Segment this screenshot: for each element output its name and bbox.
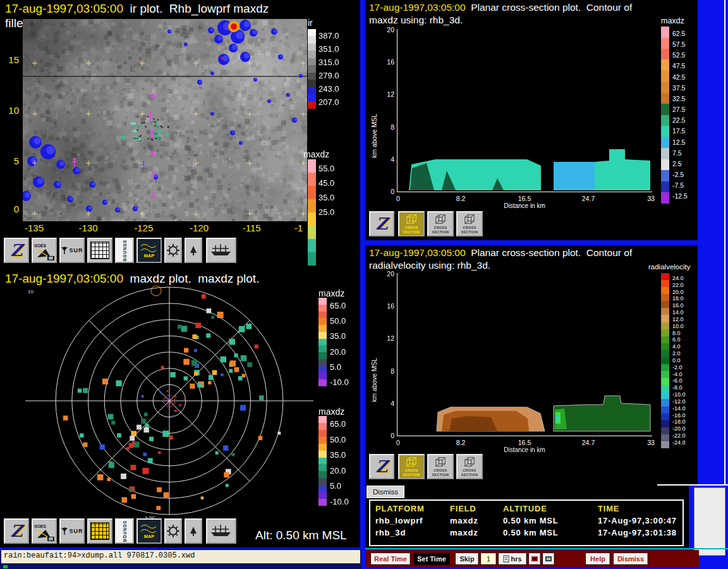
cross-section-button-3[interactable]: CROSSSECTION (456, 211, 483, 236)
right-divider-line (724, 0, 725, 484)
x-tick-label: -130 (78, 223, 97, 233)
goes-ir-button[interactable]: GOES IR (32, 238, 57, 263)
x-tick-label: -1 (294, 223, 303, 233)
gear-button[interactable] (164, 518, 182, 544)
x-tick-label: -120 (190, 223, 209, 233)
map-button[interactable]: MAP (136, 518, 162, 544)
info-dismiss-button[interactable]: Dismiss (367, 486, 404, 498)
xsect-rv-title: 17-aug-1997,03:05:00 Planar cross-sectio… (369, 247, 632, 259)
beacon-button[interactable] (185, 518, 202, 544)
colorbar-tick: 5.0 (330, 363, 358, 371)
step-forward-button[interactable] (542, 553, 555, 565)
map-button[interactable]: MAP (136, 238, 162, 263)
colorbar-tick: 18.0 (672, 296, 695, 302)
colorbar-tick: 37.5 (672, 85, 695, 92)
xsect-rv-colorbar (661, 273, 669, 448)
grid-button-selected[interactable] (87, 518, 112, 544)
colorbar-tick: 279.0 (318, 71, 346, 80)
colorbar-tick: 50.0 (330, 317, 358, 325)
colorbar-tick: 24.0 (672, 276, 695, 281)
satellite-image[interactable] (23, 19, 307, 221)
colorbar-tick: -14.0 (672, 406, 695, 412)
gear-icon (166, 243, 180, 257)
colorbar-tick: 22.0 (672, 283, 695, 288)
table-row: rhb_3d maxdz 0.50 km MSL 17-Aug-97,3:01:… (375, 528, 677, 537)
cube-icon (405, 214, 418, 225)
ship-button[interactable] (206, 238, 236, 263)
surveillance-button[interactable]: SUR (59, 518, 85, 544)
beacon-button[interactable] (185, 238, 202, 263)
xsect-maxdz-colorbar-ticks: 62.557.552.547.542.537.532.527.522.517.5… (672, 30, 695, 200)
cube-icon (463, 456, 476, 468)
maxdz-contours (397, 29, 653, 192)
y-tick-label: 4 (391, 156, 394, 163)
xsect-maxdz-time: 17-aug-1997,03:05:00 (369, 2, 466, 13)
colorbar-tick: 2.0 (672, 351, 695, 357)
real-time-button[interactable]: Real Time (370, 553, 411, 565)
maxdz-colorbar-label: maxdz (303, 149, 329, 159)
cross-section-button-1-selected[interactable]: CROSSSECTION (398, 454, 425, 479)
xsect-maxdz-plot[interactable] (397, 29, 652, 192)
colorbar-tick: 32.5 (672, 95, 695, 102)
bounds-button[interactable]: BOUNDS (115, 238, 134, 263)
ir-plot-title: 17-aug-1997,03:05:00 ir plot. Rhb_lowprf… (5, 2, 269, 16)
colorbar-tick: 47.5 (672, 63, 695, 70)
xsect-maxdz-ylabel: km above MSL (370, 114, 378, 158)
zeb-logo-button[interactable]: Z (369, 211, 394, 236)
bounds-button[interactable]: BOUNDS (115, 518, 134, 544)
zeb-logo-button[interactable]: Z (4, 238, 29, 263)
ship-icon (210, 243, 233, 258)
ship-button[interactable] (206, 518, 236, 544)
colorbar-tick: 387.0 (318, 32, 346, 40)
x-tick-label: -125 (134, 223, 153, 233)
x-tick-label: 24.7 (582, 439, 595, 446)
colorbar-tick: -2.0 (672, 365, 695, 370)
zeb-logo-button[interactable]: Z (4, 518, 29, 544)
y-tick-label: 5 (14, 156, 19, 166)
panel-xsect-maxdz: 17-aug-1997,03:05:00 Planar cross-sectio… (365, 0, 698, 240)
time-control-bar: Real Time Set Time Skip 1 hrs Help Dismi… (365, 550, 699, 568)
xsect-maxdz-yticks: 201612840 (379, 26, 394, 195)
colorbar-tick: 20.0 (672, 290, 695, 295)
timebar-dismiss-button[interactable]: Dismiss (613, 553, 648, 565)
cross-section-button-2[interactable]: CROSSSECTION (427, 454, 454, 479)
x-tick-label: 16.5 (518, 439, 531, 446)
antenna-icon (61, 526, 69, 536)
step-forward-icon (545, 555, 552, 563)
cross-section-button-2[interactable]: CROSSSECTION (427, 211, 454, 236)
radar-ppi-display[interactable] (25, 286, 313, 515)
xsect-rv-plot[interactable] (397, 273, 652, 436)
zeb-logo: Z (376, 216, 388, 232)
hrs-button[interactable]: hrs (498, 553, 527, 565)
y-tick-label: 0 (391, 432, 394, 439)
y-tick-label: 0 (391, 188, 394, 195)
ship-icon (210, 523, 233, 539)
xsect-maxdz-colorbar (661, 27, 669, 204)
colorbar-tick: 8.0 (672, 331, 695, 336)
colorbar-tick: 27.5 (672, 106, 695, 113)
panel-xsect-radialvelocity: 17-aug-1997,03:05:00 Planar cross-sectio… (365, 245, 698, 486)
gear-icon (166, 524, 180, 538)
step-back-button[interactable] (528, 553, 541, 565)
grid-button[interactable] (87, 238, 112, 263)
gear-button[interactable] (164, 238, 182, 263)
xsect-maxdz-title: 17-aug-1997,03:05:00 Planar cross-sectio… (369, 2, 632, 13)
skip-value-field[interactable]: 1 (480, 553, 497, 565)
cross-section-button-3[interactable]: CROSSSECTION (456, 454, 483, 479)
x-tick-label: 8.2 (456, 195, 466, 202)
set-time-button[interactable]: Set Time (413, 553, 450, 565)
colorbar-tick: 25.0 (318, 208, 346, 216)
beacon-icon (188, 245, 198, 256)
colorbar-tick: -6.0 (672, 378, 695, 384)
surveillance-button[interactable]: SUR (59, 238, 85, 263)
ppi-title: 17-aug-1997,03:05:00 maxdz plot. maxdz p… (5, 272, 259, 286)
terminal-text[interactable]: rain:beaufait:94>xdump.all 970817.0305.x… (1, 550, 360, 563)
skip-button[interactable]: Skip (455, 553, 479, 565)
help-button[interactable]: Help (585, 553, 610, 565)
xsect-rv-ylabel: km above MSL (370, 358, 378, 402)
cross-section-button-1-selected[interactable]: CROSSSECTION (398, 211, 425, 236)
scrollbar[interactable] (694, 487, 725, 556)
colorbar-tick: 351.0 (318, 45, 346, 53)
zeb-logo-button[interactable]: Z (369, 454, 394, 479)
goes-ir-button[interactable]: GOES IR (32, 518, 57, 544)
